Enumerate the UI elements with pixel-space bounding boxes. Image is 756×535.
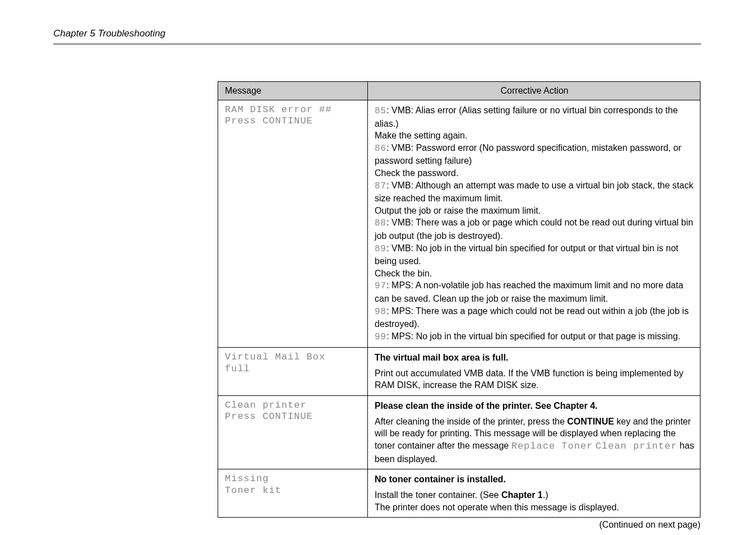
action-text: The printer does not operate when this m… (375, 502, 619, 512)
error-code: 87 (375, 181, 386, 191)
action-text: Print out accumulated VMB data. If the V… (375, 368, 684, 390)
error-code: 98 (375, 307, 386, 317)
action-text: Make the setting again. (375, 131, 467, 140)
action-text: : VMB: No job in the virtual bin specifi… (375, 243, 678, 266)
action-text: Check the bin. (375, 269, 432, 278)
action-text: : MPS: A non-volatile job has reached th… (375, 280, 683, 303)
troubleshooting-table: Message Corrective Action RAM DISK error… (218, 81, 700, 518)
action-text: : VMB: There was a job or page which cou… (375, 218, 693, 241)
lcd-inline: Replace Toner (511, 441, 593, 451)
table-row: Clean printer Press CONTINUE Please clea… (218, 396, 700, 469)
lcd-line: Press CONTINUE (225, 411, 313, 422)
chapter-title: Chapter 5 Troubleshooting (53, 28, 165, 39)
lcd-inline: Clean printer (596, 441, 677, 451)
lcd-line: Toner kit (225, 485, 282, 496)
action-cell: The virtual mail box area is full. Print… (368, 348, 700, 396)
action-text: : MPS: There was a page which could not … (375, 306, 689, 329)
error-code: 88 (375, 218, 386, 228)
lcd-line: Missing (225, 473, 269, 484)
action-heading: The virtual mail box area is full. (375, 353, 508, 362)
header-divider (53, 44, 701, 44)
action-text: Check the password. (375, 168, 458, 178)
action-text: : VMB: Password error (No password speci… (375, 143, 681, 166)
lcd-line: Virtual Mail Box (225, 352, 325, 362)
action-cell: 85: VMB: Alias error (Alias setting fail… (368, 100, 700, 348)
action-text: .) (543, 490, 548, 500)
continued-note: (Continued on next page) (599, 520, 700, 530)
action-cell: No toner container is installed. Install… (368, 469, 700, 518)
action-heading: Please clean the inside of the printer. … (375, 401, 597, 411)
message-cell: Missing Toner kit (218, 469, 368, 518)
error-code: 89 (375, 244, 386, 254)
error-code: 99 (375, 332, 386, 342)
col-header-action: Corrective Action (368, 82, 700, 100)
table-row: Missing Toner kit No toner container is … (218, 469, 700, 518)
lcd-line: full (225, 363, 250, 374)
message-cell: Clean printer Press CONTINUE (218, 396, 368, 469)
table-row: Virtual Mail Box full The virtual mail b… (218, 348, 700, 396)
error-code: 86 (375, 144, 386, 154)
error-code: 85 (375, 106, 386, 116)
message-cell: Virtual Mail Box full (218, 348, 368, 396)
error-code: 97 (375, 281, 386, 291)
chapter-ref: Chapter 1 (501, 490, 543, 500)
action-text: Install the toner container. (See (375, 490, 501, 500)
col-header-message: Message (218, 82, 368, 100)
key-name: CONTINUE (567, 417, 614, 426)
action-text: After cleaning the inside of the printer… (375, 417, 567, 426)
lcd-line: Press CONTINUE (225, 116, 313, 126)
action-text: : MPS: No job in the virtual bin specifi… (386, 331, 680, 341)
action-heading: No toner container is installed. (375, 474, 506, 484)
table-row: RAM DISK error ## Press CONTINUE 85: VMB… (218, 100, 700, 348)
action-text: : VMB: Although an attempt was made to u… (375, 181, 693, 204)
action-cell: Please clean the inside of the printer. … (368, 396, 700, 469)
lcd-line: Clean printer (225, 400, 307, 411)
action-text: Output the job or raise the maximum limi… (375, 206, 541, 215)
table-header-row: Message Corrective Action (218, 82, 700, 100)
message-cell: RAM DISK error ## Press CONTINUE (218, 100, 368, 348)
action-text: : VMB: Alias error (Alias setting failur… (375, 105, 678, 128)
lcd-line: RAM DISK error ## (225, 104, 331, 115)
